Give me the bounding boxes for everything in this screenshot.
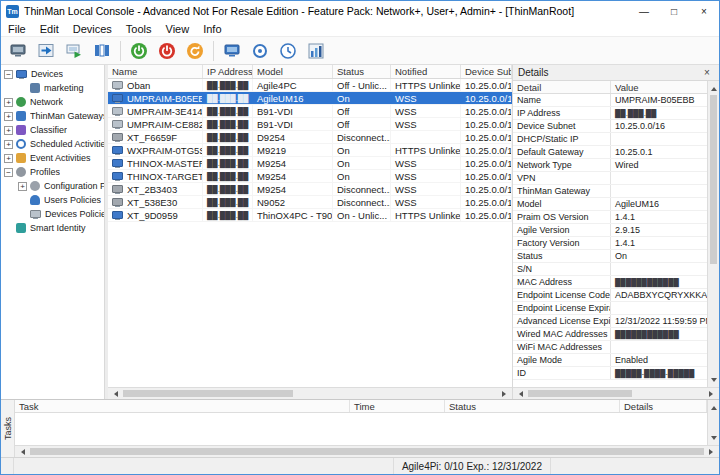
detail-row[interactable]: ID█████-████-█████	[513, 367, 707, 380]
columns-view-button[interactable]	[89, 39, 115, 63]
details-close-button[interactable]: ×	[700, 67, 714, 78]
tree-item-classifier[interactable]: +Classifier	[1, 123, 104, 137]
add-device-button[interactable]	[5, 39, 31, 63]
detail-row[interactable]: IP Address██.███.██	[513, 107, 707, 120]
table-row-selected[interactable]: UMPRAIM-B05EBB ██.███.██ AgileUM16 On WS…	[108, 92, 512, 105]
power-off-button[interactable]	[154, 39, 180, 63]
scroll-left-icon[interactable]	[513, 388, 526, 399]
scroll-right-icon[interactable]	[499, 388, 512, 399]
menu-info[interactable]: Info	[196, 21, 228, 36]
details-vertical-scrollbar[interactable]	[707, 81, 719, 387]
expander-icon[interactable]: +	[4, 98, 13, 107]
scroll-up-icon[interactable]	[708, 81, 719, 93]
detail-row[interactable]: Advanced License Expir...12/31/2022 11:5…	[513, 315, 707, 328]
table-row[interactable]: UMPRAIM-CE8829 ██.███.██ B91-VDI Off WSS…	[108, 118, 512, 131]
scroll-left-icon[interactable]	[15, 446, 28, 457]
scheduled-activities-button[interactable]	[275, 39, 301, 63]
detail-row[interactable]: NameUMPRAIM-B05EBB	[513, 94, 707, 107]
detail-row[interactable]: Agile ModeEnabled	[513, 354, 707, 367]
power-on-button[interactable]	[126, 39, 152, 63]
column-header-task-status[interactable]: Status	[445, 400, 620, 412]
detail-row[interactable]: MAC Address████████████	[513, 276, 707, 289]
expander-icon[interactable]: +	[4, 140, 13, 149]
detail-row[interactable]: ThinMan Gateway	[513, 185, 707, 198]
tree-item-event-activities[interactable]: +Event Activities	[1, 151, 104, 165]
tree-item-thinman-gateways[interactable]: +ThinMan Gateways	[1, 109, 104, 123]
scroll-thumb[interactable]	[123, 390, 293, 397]
scroll-up-icon[interactable]	[708, 400, 719, 412]
tree-item-users-policies[interactable]: Users Policies	[1, 193, 104, 207]
details-horizontal-scrollbar[interactable]	[513, 387, 719, 399]
detail-row[interactable]: Device Subnet10.25.0.0/16	[513, 120, 707, 133]
scroll-right-icon[interactable]	[706, 388, 719, 399]
detail-row[interactable]: Endpoint License CodeADABBXYCQRYXKKAB	[513, 289, 707, 302]
maximize-button[interactable]: □	[659, 1, 689, 21]
detail-row[interactable]: StatusOn	[513, 250, 707, 263]
details-column-value[interactable]: Value	[611, 81, 707, 93]
expander-icon[interactable]: −	[4, 70, 13, 79]
detail-row[interactable]: Agile Version2.9.15	[513, 224, 707, 237]
scroll-thumb[interactable]	[710, 95, 717, 264]
detail-row[interactable]: DHCP/Static IP	[513, 133, 707, 146]
detail-row[interactable]: S/N	[513, 263, 707, 276]
tree-item-scheduled-activities[interactable]: +Scheduled Activities	[1, 137, 104, 151]
menu-view[interactable]: View	[159, 21, 197, 36]
detail-row[interactable]: Factory Version1.4.1	[513, 237, 707, 250]
tree-item-network[interactable]: +Network	[1, 95, 104, 109]
scroll-track[interactable]	[526, 388, 706, 399]
expander-icon[interactable]: −	[4, 168, 13, 177]
table-row[interactable]: XT_F6659F ██.███.██ D9254 Disconnect... …	[108, 131, 512, 144]
scroll-thumb[interactable]	[528, 390, 632, 397]
expander-icon[interactable]: +	[4, 112, 13, 121]
close-button[interactable]: ×	[689, 1, 719, 21]
column-header-task-details[interactable]: Details	[620, 400, 707, 412]
column-header-status[interactable]: Status	[333, 65, 391, 78]
tasks-tab[interactable]: Tasks	[1, 400, 15, 457]
column-header-name[interactable]: Name	[108, 65, 203, 78]
detail-row[interactable]: Default Gateway10.25.0.1	[513, 146, 707, 159]
scroll-down-icon[interactable]	[708, 433, 719, 445]
scroll-right-icon[interactable]	[706, 446, 719, 457]
column-header-time[interactable]: Time	[350, 400, 445, 412]
menu-edit[interactable]: Edit	[33, 21, 66, 36]
scroll-track[interactable]	[708, 412, 719, 433]
column-header-subnet[interactable]: Device Sub...	[461, 65, 512, 78]
detail-row[interactable]: Network TypeWired	[513, 159, 707, 172]
details-column-detail[interactable]: Detail	[513, 81, 611, 93]
scroll-left-icon[interactable]	[108, 388, 121, 399]
remote-assistance-button[interactable]	[219, 39, 245, 63]
scroll-track[interactable]	[28, 446, 706, 457]
scroll-track[interactable]	[708, 93, 719, 375]
device-configuration-button[interactable]	[61, 39, 87, 63]
detail-row[interactable]: VPN	[513, 172, 707, 185]
expander-icon[interactable]: +	[18, 182, 27, 191]
detail-row[interactable]: Wired MAC Addresses████████████	[513, 328, 707, 341]
menu-tools[interactable]: Tools	[119, 21, 159, 36]
expander-icon[interactable]: +	[4, 154, 13, 163]
tree-item-configuration-profiles[interactable]: +Configuration Pr	[1, 179, 104, 193]
menu-devices[interactable]: Devices	[66, 21, 119, 36]
tasks-horizontal-scrollbar[interactable]	[15, 445, 719, 457]
table-row[interactable]: WXPRAIM-0TG5SLB ██.███.██ M9219 On HTTPS…	[108, 144, 512, 157]
column-header-model[interactable]: Model	[253, 65, 333, 78]
tree-item-profiles[interactable]: −Profiles	[1, 165, 104, 179]
table-horizontal-scrollbar[interactable]	[108, 387, 512, 399]
restart-button[interactable]	[182, 39, 208, 63]
table-row[interactable]: XT_538E30 ██.███.██ N9052 Disconnect... …	[108, 196, 512, 209]
detail-row[interactable]: Endpoint License Expira...	[513, 302, 707, 315]
connect-device-button[interactable]	[33, 39, 59, 63]
table-row[interactable]: THINOX-MASTER ██.███.██ M9254 On WSS 10.…	[108, 157, 512, 170]
table-row[interactable]: THINOX-TARGET ██.███.██ M9254 On WSS 10.…	[108, 170, 512, 183]
usb-settings-button[interactable]	[247, 39, 273, 63]
detail-row[interactable]: WiFi MAC Addresses	[513, 341, 707, 354]
tasks-vertical-scrollbar[interactable]	[707, 400, 719, 445]
statistics-button[interactable]	[303, 39, 329, 63]
scroll-thumb[interactable]	[30, 448, 704, 455]
tree-item-devices-policies[interactable]: Devices Policies	[1, 207, 104, 221]
table-row[interactable]: XT_2B3403 ██.███.██ M9254 Disconnect... …	[108, 183, 512, 196]
column-header-task[interactable]: Task	[15, 400, 350, 412]
tree-item-marketing[interactable]: marketing	[1, 81, 104, 95]
scroll-track[interactable]	[121, 388, 499, 399]
table-row[interactable]: UMPRAIM-3E414E ██.███.██ B91-VDI Off WSS…	[108, 105, 512, 118]
detail-row[interactable]: ModelAgileUM16	[513, 198, 707, 211]
